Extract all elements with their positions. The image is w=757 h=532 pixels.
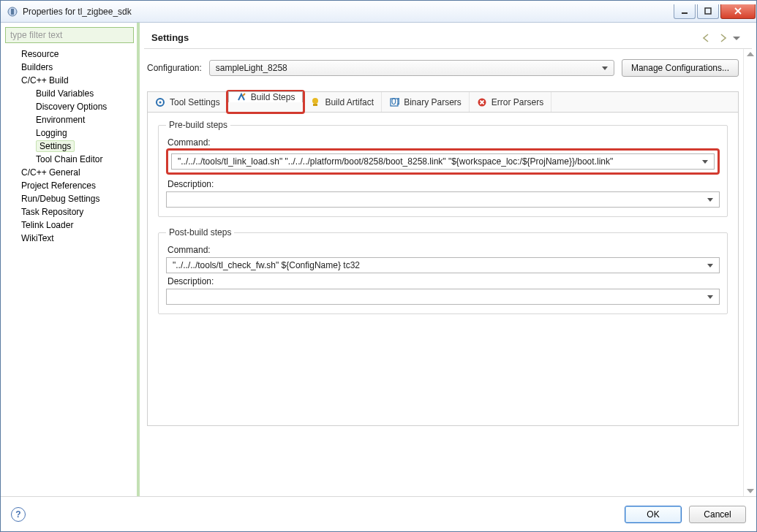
tree-node[interactable]: Builders: [5, 61, 134, 74]
close-button[interactable]: [720, 4, 756, 19]
tree-node[interactable]: Task Repository: [5, 205, 134, 218]
configuration-combo[interactable]: sampleLight_8258: [209, 60, 614, 76]
post-build-command-input[interactable]: "../../../tools/tl_check_fw.sh" ${Config…: [166, 257, 720, 273]
configuration-label: Configuration:: [147, 63, 202, 73]
nav-sidebar: type filter text ResourceBuildersC/C++ B…: [1, 23, 140, 496]
svg-text:01: 01: [391, 97, 399, 107]
scroll-up-icon[interactable]: [747, 52, 754, 56]
window-title: Properties for tl_zigbee_sdk: [23, 7, 673, 17]
help-button[interactable]: ?: [11, 507, 26, 522]
tab-label: Tool Settings: [170, 97, 220, 107]
forward-icon[interactable]: [717, 32, 728, 44]
pre-build-description-label: Description:: [167, 179, 720, 189]
page-title: Settings: [151, 32, 189, 43]
configuration-row: Configuration: sampleLight_8258 Manage C…: [147, 59, 739, 77]
pre-build-legend: Pre-build steps: [166, 120, 230, 130]
post-build-fieldset: Post-build steps Command: "../../../tool…: [158, 227, 728, 314]
post-build-command-label: Command:: [167, 245, 720, 255]
tab-error-parsers[interactable]: Error Parsers: [470, 92, 551, 112]
pre-build-description-input[interactable]: [166, 191, 720, 208]
minimize-button[interactable]: [674, 4, 696, 19]
build-steps-icon: [236, 92, 246, 102]
svg-point-5: [159, 101, 162, 103]
tab-label: Build Steps: [251, 92, 295, 102]
vertical-scrollbar[interactable]: [743, 49, 756, 496]
build-steps-panel: Pre-build steps Command: "../../../tools…: [147, 112, 739, 426]
window-buttons: [673, 4, 756, 19]
error-parsers-icon: [477, 97, 487, 107]
tab-build-artifact[interactable]: Build Artifact: [303, 92, 382, 112]
post-build-description-input[interactable]: [166, 289, 720, 305]
svg-rect-2: [682, 12, 688, 14]
svg-rect-7: [313, 104, 317, 106]
pre-build-fieldset: Pre-build steps Command: "../../../tools…: [158, 120, 728, 217]
tab-label: Build Artifact: [325, 97, 374, 107]
tree-node[interactable]: Tool Chain Editor: [5, 153, 134, 166]
menu-dropdown-icon[interactable]: [733, 32, 745, 44]
property-tree[interactable]: ResourceBuildersC/C++ BuildBuild Variabl…: [5, 48, 134, 492]
filter-placeholder: type filter text: [10, 30, 62, 40]
maximize-button[interactable]: [697, 4, 719, 19]
tab-label: Binary Parsers: [404, 97, 462, 107]
tree-node[interactable]: Environment: [5, 113, 134, 126]
tree-node[interactable]: Project References: [5, 179, 134, 192]
scroll-down-icon[interactable]: [747, 489, 754, 493]
tool-settings-icon: [155, 97, 165, 107]
pre-build-command-highlight: "../../../tools/tl_link_load.sh" "../../…: [166, 148, 720, 175]
manage-configurations-button[interactable]: Manage Configurations...: [622, 59, 739, 77]
app-icon: [7, 6, 18, 18]
tree-node[interactable]: Build Variables: [5, 87, 134, 100]
binary-parsers-icon: 01: [389, 97, 399, 107]
tree-node[interactable]: Discovery Options: [5, 100, 134, 113]
tab-tool-settings[interactable]: Tool Settings: [148, 92, 228, 112]
tree-node[interactable]: WikiText: [5, 232, 134, 245]
tab-binary-parsers[interactable]: 01Binary Parsers: [382, 92, 470, 112]
page-header: Settings: [144, 27, 752, 49]
properties-dialog: Properties for tl_zigbee_sdk type filter…: [0, 0, 757, 532]
tab-build-steps[interactable]: Build Steps: [228, 91, 304, 102]
tab-label: Error Parsers: [492, 97, 543, 107]
svg-rect-1: [11, 9, 14, 15]
tab-highlight: Build Steps: [226, 90, 306, 114]
cancel-button[interactable]: Cancel: [689, 506, 746, 523]
tree-node[interactable]: Telink Loader: [5, 218, 134, 232]
settings-tabs: Tool SettingsBuild StepsBuild Artifact01…: [147, 91, 739, 112]
post-build-legend: Post-build steps: [166, 227, 234, 238]
ok-button[interactable]: OK: [625, 506, 682, 523]
svg-rect-3: [705, 8, 711, 14]
post-build-description-label: Description:: [167, 276, 720, 286]
tree-node[interactable]: Resource: [5, 48, 134, 61]
tree-node[interactable]: C/C++ General: [5, 166, 134, 179]
tree-node[interactable]: Settings: [5, 140, 134, 153]
svg-point-6: [312, 98, 318, 104]
filter-input[interactable]: type filter text: [5, 27, 134, 43]
tree-node[interactable]: Logging: [5, 126, 134, 140]
tree-node[interactable]: Run/Debug Settings: [5, 192, 134, 205]
pre-build-command-label: Command:: [167, 137, 720, 148]
back-icon[interactable]: [701, 32, 712, 44]
pre-build-command-input[interactable]: "../../../tools/tl_link_load.sh" "../../…: [171, 153, 715, 170]
titlebar: Properties for tl_zigbee_sdk: [1, 1, 756, 23]
build-artifact-icon: [310, 97, 320, 107]
dialog-footer: ? OK Cancel: [1, 496, 756, 531]
tree-node[interactable]: C/C++ Build: [5, 74, 134, 87]
